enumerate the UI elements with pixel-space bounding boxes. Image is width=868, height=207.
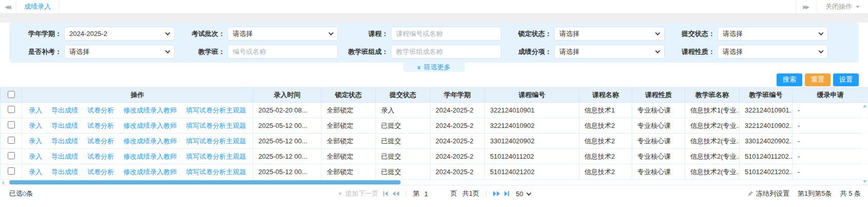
more-filters-link[interactable]: » 筛选更多 [403, 63, 465, 72]
first-page-button[interactable] [383, 191, 388, 196]
submit-status-select[interactable]: 请选择 [718, 27, 828, 41]
chevron-down-icon [655, 30, 661, 35]
table-header-row: 操作 录入时间 锁定状态 提交状态 学年学期 课程编号 课程名称 课程性质 教学… [1, 88, 868, 103]
record-range: 第1到第5条 [798, 189, 832, 198]
arrow-down-icon: ▼ [337, 191, 343, 197]
actions-row: 搜索 重置 设置 [0, 72, 868, 87]
scroll-tabs-right-button[interactable]: ▶▶ [796, 0, 817, 13]
cell-class_code: 322124010901... [740, 103, 792, 118]
select-all-checkbox[interactable] [8, 91, 15, 98]
horizontal-scrollbar-thumb[interactable] [9, 180, 401, 184]
chevron-down-icon [526, 191, 531, 196]
op-export-scores-link[interactable]: 导出成绩 [51, 106, 78, 114]
cell-class_code: 322124010902... [740, 118, 792, 134]
op-export-scores-link[interactable]: 导出成绩 [51, 122, 78, 129]
cell-lock: 全部锁定 [322, 149, 376, 164]
makeup-exam-select[interactable]: 请选择 [64, 45, 175, 59]
cell-class_code: 510124011202... [740, 149, 792, 164]
select-value: 请选择 [69, 47, 166, 57]
filter-row-1: 学年学期： 2024-2025-2 考试批次： 请选择 课程： 锁定状态： 请选… [9, 27, 859, 41]
row-operations-cell: 录入导出成绩试卷分析修改成绩录入教师填写试卷分析主观题 [22, 149, 253, 164]
op-export-scores-link[interactable]: 导出成绩 [51, 168, 78, 176]
cell-class_name: 信息技术2(专业... [685, 149, 740, 164]
table-row: 录入导出成绩试卷分析修改成绩录入教师填写试卷分析主观题2025-05-12 00… [1, 118, 868, 134]
cell-defer: - [792, 118, 868, 134]
freeze-columns-label: 冻结列设置 [756, 189, 789, 198]
op-exam-analysis-link[interactable]: 试卷分析 [87, 106, 114, 114]
op-exam-analysis-link[interactable]: 试卷分析 [87, 137, 114, 145]
lock-status-select[interactable]: 请选择 [554, 27, 665, 41]
last-page-icon [508, 191, 509, 196]
double-chevron-left-icon: ◀◀ [5, 4, 11, 10]
chevron-down-icon [655, 48, 661, 53]
row-checkbox[interactable] [8, 106, 15, 113]
scroll-up-arrow-icon[interactable] [863, 105, 867, 107]
op-modify-entry-teacher-link[interactable]: 修改成绩录入教师 [123, 137, 177, 145]
row-checkbox[interactable] [8, 137, 15, 144]
scroll-tabs-left-button[interactable]: ◀◀ [0, 0, 16, 13]
cell-course_code: 330124020902 [485, 134, 579, 149]
op-modify-entry-teacher-link[interactable]: 修改成绩录入教师 [123, 122, 177, 129]
append-next-page-button[interactable]: ▼ 追加下一页 [337, 189, 379, 198]
op-exam-analysis-link[interactable]: 试卷分析 [87, 168, 114, 176]
op-fill-subjective-link[interactable]: 填写试卷分析主观题 [186, 122, 246, 129]
teaching-class-input[interactable] [228, 45, 338, 59]
op-modify-entry-teacher-link[interactable]: 修改成绩录入教师 [123, 153, 177, 160]
col-course-name: 课程名称 [579, 88, 632, 103]
op-entry-link[interactable]: 录入 [29, 106, 42, 114]
col-class-name: 教学班名称 [685, 88, 740, 103]
search-button[interactable]: 搜索 [777, 73, 802, 86]
select-value: 2024-2025-2 [69, 30, 166, 37]
op-export-scores-link[interactable]: 导出成绩 [51, 137, 78, 145]
course-nature-select[interactable]: 请选择 [718, 45, 828, 59]
results-table: 操作 录入时间 锁定状态 提交状态 学年学期 课程编号 课程名称 课程性质 教学… [0, 87, 868, 180]
vertical-scrollbar[interactable] [862, 103, 867, 184]
settings-button[interactable]: 设置 [833, 73, 859, 86]
cell-course_type: 专业核心课 [632, 164, 685, 180]
op-fill-subjective-link[interactable]: 填写试卷分析主观题 [186, 153, 246, 160]
close-operations-menu[interactable]: 关闭操作 [817, 0, 868, 13]
academic-term-select[interactable]: 2024-2025-2 [64, 27, 175, 41]
pagination: ▼ 追加下一页 第 页 共1页 50 [337, 185, 531, 202]
filter-panel: 学年学期： 2024-2025-2 考试批次： 请选择 课程： 锁定状态： 请选… [9, 23, 859, 63]
row-checkbox[interactable] [8, 167, 15, 175]
op-entry-link[interactable]: 录入 [29, 122, 42, 129]
op-modify-entry-teacher-link[interactable]: 修改成绩录入教师 [123, 168, 177, 176]
append-next-label: 追加下一页 [345, 189, 379, 198]
row-checkbox[interactable] [8, 121, 15, 128]
op-fill-subjective-link[interactable]: 填写试卷分析主观题 [186, 168, 246, 176]
col-submit-status: 提交状态 [376, 88, 430, 103]
op-entry-link[interactable]: 录入 [29, 168, 42, 176]
cell-defer: - [792, 149, 868, 164]
prev-page-icon [392, 191, 395, 196]
cell-course_name: 信息技术2 [579, 164, 632, 180]
op-export-scores-link[interactable]: 导出成绩 [51, 153, 78, 160]
cell-defer: - [792, 103, 868, 118]
total-pages: 共1页 [462, 189, 479, 198]
op-fill-subjective-link[interactable]: 填写试卷分析主观题 [186, 106, 246, 114]
op-exam-analysis-link[interactable]: 试卷分析 [87, 122, 114, 129]
scroll-down-arrow-icon[interactable] [863, 180, 867, 183]
page-size-select[interactable]: 50 [516, 190, 530, 198]
reset-button[interactable]: 重置 [805, 73, 831, 86]
next-page-button[interactable] [493, 191, 500, 196]
last-page-button[interactable] [504, 191, 509, 196]
prev-page-button[interactable] [392, 191, 399, 196]
exam-batch-select[interactable]: 请选择 [228, 27, 338, 41]
op-fill-subjective-link[interactable]: 填写试卷分析主观题 [186, 137, 246, 145]
grade-component-select[interactable]: 请选择 [554, 45, 665, 59]
op-entry-link[interactable]: 录入 [29, 137, 42, 145]
class-composition-input[interactable] [391, 45, 501, 59]
op-modify-entry-teacher-link[interactable]: 修改成绩录入教师 [123, 106, 177, 114]
freeze-columns-button[interactable]: 冻结列设置 [747, 189, 789, 198]
filter-course-nature: 课程性质： 请选择 [668, 45, 828, 59]
op-exam-analysis-link[interactable]: 试卷分析 [87, 153, 114, 160]
op-entry-link[interactable]: 录入 [29, 153, 42, 160]
cell-class_name: 信息技术2(专业... [685, 164, 740, 180]
scroll-left-arrow-icon[interactable] [2, 181, 4, 185]
tab-grade-entry[interactable]: 成绩录入 [16, 0, 59, 13]
page-number-input[interactable] [422, 188, 448, 199]
row-checkbox[interactable] [8, 152, 15, 159]
tab-label: 成绩录入 [24, 2, 51, 11]
course-input[interactable] [391, 27, 501, 41]
